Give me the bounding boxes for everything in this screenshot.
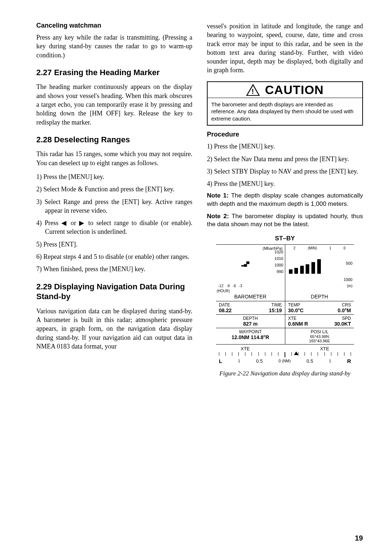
step-228-2: 2) Select Mode & Function and press the …	[36, 185, 192, 194]
depth-x-0: 0	[343, 246, 346, 250]
para-227: The heading marker continuously appears …	[36, 82, 192, 126]
proc-step-2: 2) Select the Nav Data menu and press th…	[207, 155, 363, 163]
proc-step-1: 1) Press the [MENU] key.	[207, 142, 363, 151]
depth-x-1: 1	[329, 246, 331, 250]
spd-label: SPD	[342, 316, 351, 321]
baro-y-1010: 1010	[274, 256, 283, 261]
baro-unit: (Mbar/hPa)	[218, 246, 283, 250]
time-label: TIME	[271, 302, 282, 307]
para-cancel: Press any key while the radar is transmi…	[36, 33, 192, 60]
nav-row-date-temp: DATETIME 08.2215:19 TEMPCRS 30.0°C0.0°M	[216, 301, 354, 314]
heading-2-28: 2.28 Deselecting Ranges	[36, 135, 192, 145]
xte-left-label: XTE	[241, 346, 250, 351]
nav-row-waypoint-posi: WAYPOINT 12.0NM 114.8°R POSI L/L 65°43.9…	[216, 328, 354, 344]
posi-lat: 65°43.98N	[288, 334, 351, 339]
heading-canceling-watchman: Canceling watchman	[36, 22, 192, 29]
depth-panel: 2 (MIN) 1 0 500	[285, 244, 354, 301]
xte-05l: 0.5	[256, 358, 263, 364]
xte-scale	[219, 352, 351, 357]
xte-pointer-icon	[294, 351, 298, 355]
arrow-right-icon: ▶	[79, 219, 86, 227]
barometer-panel: (Mbar/hPa) 1020 1010 1000 990 ▂▄▀ -12 -9…	[216, 244, 285, 301]
depth-row-label: DEPTH	[219, 316, 282, 321]
heading-2-29: 2.29 Displaying Navigation Data During S…	[36, 282, 192, 302]
depth-unit-min: (MIN)	[308, 246, 317, 250]
heading-procedure: Procedure	[207, 131, 363, 138]
step-228-6: 6) Repeat steps 4 and 5 to disable (or e…	[36, 252, 192, 261]
baro-x-ticks: -12 -9 -6 -3	[218, 284, 242, 288]
note-1-label: Note 1:	[207, 192, 229, 199]
time-value: 15:19	[269, 307, 282, 313]
depth-label: DEPTH	[285, 294, 354, 300]
depth-y-500: 500	[346, 261, 352, 265]
date-label: DATE	[219, 302, 230, 307]
warning-triangle-icon: !	[246, 84, 260, 96]
depth-m: (m)	[347, 284, 352, 288]
depth-x-2: 2	[293, 246, 295, 250]
crs-label: CRS	[342, 302, 351, 307]
page-number: 19	[355, 534, 363, 542]
left-column: Canceling watchman Press any key while t…	[36, 22, 192, 377]
baro-y-1000: 1000	[274, 263, 283, 267]
xte-mid: 0 (NM)	[278, 359, 291, 363]
depth-graph	[289, 259, 322, 274]
date-value: 08.22	[219, 307, 232, 313]
xte-n1l: 1	[238, 359, 240, 363]
step-228-4a: 4) Press	[36, 219, 61, 227]
barometer-label: BAROMETER	[216, 294, 285, 300]
step-228-4b: or	[68, 219, 79, 227]
baro-hour: (HOUR)	[217, 289, 230, 293]
note-2-label: Note 2:	[207, 213, 229, 220]
caution-title: CAUTION	[265, 83, 324, 97]
note-1: Note 1: The depth display scale changes …	[207, 192, 363, 208]
note-2-text: The barometer display is updated hourly,…	[207, 213, 363, 228]
xte-05r: 0.5	[307, 358, 313, 364]
posi-lon: 165°43.96E	[288, 339, 351, 343]
step-228-4: 4) Press ◀ or ▶ to select range to disab…	[36, 219, 192, 236]
figure-title: ST–BY	[207, 235, 363, 242]
posi-label: POSI L/L	[288, 329, 351, 334]
waypoint-label: WAYPOINT	[219, 329, 282, 334]
xte-n1r: 1	[329, 359, 331, 363]
xte-right-label: XTE	[320, 346, 329, 351]
proc-step-4: 4) Press the [MENU] key.	[207, 179, 363, 188]
para-229-cont: vessel's position in latitude and longit…	[207, 22, 363, 75]
xte-section: XTE XTE L 1 0.5 0 (NM) 0.5 1 R	[216, 344, 354, 366]
spd-value: 30.0KT	[334, 321, 351, 327]
xte-L: L	[219, 358, 222, 364]
baro-x-3: -3	[239, 284, 242, 288]
baro-x-9: -9	[226, 284, 230, 288]
note-1-text: The depth display scale changes automati…	[207, 192, 363, 207]
baro-data-marks: ▂▄▀	[241, 261, 249, 266]
note-2: Note 2: The barometer display is updated…	[207, 212, 363, 228]
nav-row-depth-xte: DEPTH 827 m XTESPD 0.6NM R30.0KT	[216, 314, 354, 328]
temp-value: 30.0°C	[288, 307, 304, 313]
figure-caption: Figure 2-22 Navigation data display duri…	[207, 370, 363, 377]
para-228: This radar has 15 ranges, some which you…	[36, 150, 192, 167]
depth-row-value: 827 m	[219, 321, 282, 327]
right-column: vessel's position in latitude and longit…	[207, 22, 363, 377]
depth-y-1000: 1000	[344, 277, 352, 282]
xte-R: R	[347, 358, 351, 364]
para-229: Various navigation data can be displayed…	[36, 307, 192, 351]
baro-y-990: 990	[277, 269, 283, 274]
step-228-7: 7) When finished, press the [MENU] key.	[36, 265, 192, 273]
caution-box: ! CAUTION The barometer and depth displa…	[207, 81, 363, 126]
step-228-3: 3) Select Range and press the [ENT] key.…	[36, 197, 192, 215]
arrow-left-icon: ◀	[61, 219, 68, 227]
crs-value: 0.0°M	[338, 307, 351, 313]
baro-x-6: -6	[233, 284, 236, 288]
heading-2-27: 2.27 Erasing the Heading Marker	[36, 68, 192, 78]
waypoint-value: 12.0NM 114.8°R	[219, 334, 282, 340]
caution-body: The barometer and depth displays are int…	[208, 98, 362, 125]
step-228-5: 5) Press [ENT].	[36, 240, 192, 249]
baro-x-12: -12	[218, 284, 223, 288]
nav-data-display: (Mbar/hPa) 1020 1010 1000 990 ▂▄▀ -12 -9…	[216, 244, 354, 366]
proc-step-3: 3) Select STBY Display to NAV and press …	[207, 167, 363, 176]
step-228-1: 1) Press the [MENU] key.	[36, 172, 192, 181]
baro-y-1020: 1020	[274, 250, 283, 254]
temp-label: TEMP	[288, 302, 300, 307]
xte-value: 0.6NM R	[288, 321, 308, 327]
xte-label: XTE	[288, 316, 297, 321]
